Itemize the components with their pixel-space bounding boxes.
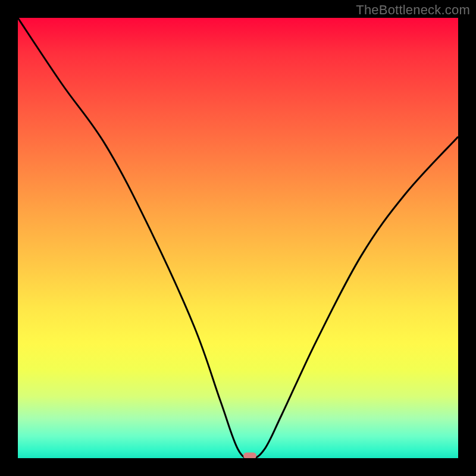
curve-svg bbox=[18, 18, 458, 458]
optimal-point-marker bbox=[243, 452, 256, 458]
watermark-text: TheBottleneck.com bbox=[356, 2, 470, 18]
chart-container: TheBottleneck.com bbox=[0, 0, 476, 476]
plot-area bbox=[18, 18, 458, 458]
bottleneck-curve-path bbox=[18, 18, 458, 458]
